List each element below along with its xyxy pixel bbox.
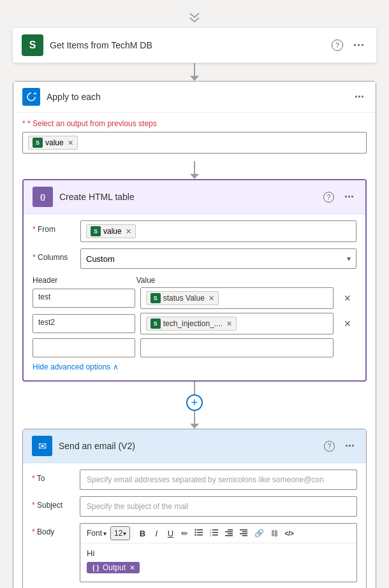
indent-decrease-button[interactable] <box>223 527 236 540</box>
remove-link-button[interactable]: ⛓ <box>268 528 281 538</box>
value-cell-2[interactable]: S tech_injection_.... ✕ <box>140 313 334 334</box>
hide-advanced-button[interactable]: Hide advanced options ∧ <box>33 362 119 371</box>
tech-token-icon: S <box>150 319 161 329</box>
svg-point-5 <box>195 534 196 535</box>
subject-input[interactable]: Specify the subject of the mail <box>80 496 357 517</box>
subject-field-row: * Subject Specify the subject of the mai… <box>32 496 357 517</box>
get-items-help-button[interactable]: ? <box>329 38 346 52</box>
delete-row-1-button[interactable]: ✕ <box>339 289 356 307</box>
body-hi-text: Hi <box>87 549 350 558</box>
svg-text:3.: 3. <box>210 534 212 536</box>
apply-ellipsis-icon: ··· <box>355 90 364 104</box>
ordered-list-button[interactable]: 1.2.3. <box>207 527 221 540</box>
send-email-help-button[interactable]: ? <box>321 440 337 453</box>
font-size-selector[interactable]: 12 ▾ <box>110 526 130 540</box>
svg-rect-12 <box>228 529 233 531</box>
status-token-close[interactable]: ✕ <box>209 294 214 303</box>
underline-icon: U <box>168 529 173 538</box>
output-token-row: { } Output ✕ <box>87 562 350 573</box>
from-label: * From <box>33 220 80 234</box>
columns-dropdown[interactable]: Custom ▾ <box>80 248 356 269</box>
body-content[interactable]: Hi { } Output ✕ <box>80 543 356 582</box>
svg-rect-7 <box>212 532 218 533</box>
columns-control: Custom ▾ <box>80 248 356 269</box>
indent-increase-button[interactable] <box>237 527 251 540</box>
output-token-close[interactable]: ✕ <box>129 564 135 572</box>
required-asterisk: * <box>22 119 26 128</box>
send-email-more-button[interactable]: ··· <box>342 438 357 454</box>
inner-connector-top <box>22 161 367 179</box>
columns-required: * <box>33 253 38 262</box>
html-table-actions: ? ··· <box>321 189 356 205</box>
subject-label: * Subject <box>32 496 80 510</box>
apply-each-token-input[interactable]: S value ✕ <box>22 132 367 154</box>
body-control: Font ▾ 12 ▾ <box>80 523 357 582</box>
send-email-header: ✉ Send an email (V2) ? ··· <box>23 429 366 463</box>
to-required: * <box>32 474 37 483</box>
plus-arrow-line-top <box>194 382 195 394</box>
font-selector[interactable]: Font ▾ <box>84 527 109 539</box>
value-column-label: Value <box>136 275 334 285</box>
font-label: Font <box>87 529 102 538</box>
output-token: { } Output ✕ <box>87 562 140 573</box>
email-icon-symbol: ✉ <box>38 440 47 452</box>
send-email-body: * To Specify email addresses separated b… <box>23 463 366 588</box>
header-cell-1[interactable]: test <box>33 289 135 308</box>
underline-button[interactable]: U <box>164 527 177 540</box>
pencil-icon: ✏ <box>181 529 188 538</box>
value-token-close[interactable]: ✕ <box>68 139 73 147</box>
status-token-label: status Value <box>163 294 205 303</box>
header-cell-2[interactable]: test2 <box>33 314 135 333</box>
html-table-header: {} Create HTML table ? ··· <box>24 180 365 214</box>
to-label: * To <box>32 470 80 483</box>
value-cell-1[interactable]: S status Value ✕ <box>140 287 334 309</box>
refresh-icon <box>26 91 37 103</box>
body-field-row: * Body Font ▾ <box>32 523 357 582</box>
dropdown-chevron-icon: ▾ <box>347 254 351 263</box>
from-value-token: S value ✕ <box>86 224 136 238</box>
header-cell-3[interactable] <box>33 338 135 357</box>
get-items-more-button[interactable]: ··· <box>351 38 367 54</box>
unordered-list-icon <box>194 529 203 538</box>
from-token-input[interactable]: S value ✕ <box>80 220 356 242</box>
apply-each-body: * * Select an output from previous steps… <box>13 113 376 588</box>
send-email-icon: ✉ <box>32 436 52 456</box>
html-table-help-button[interactable]: ? <box>321 190 337 204</box>
html-ellipsis-icon: ··· <box>344 190 354 204</box>
font-size-value: 12 <box>114 529 122 538</box>
to-placeholder: Specify email addresses separated by sem… <box>87 475 324 484</box>
apply-each-select-label: * * Select an output from previous steps <box>22 119 367 128</box>
arrow-head <box>190 76 199 81</box>
from-token-close[interactable]: ✕ <box>126 227 131 236</box>
html-table-more-button[interactable]: ··· <box>342 189 356 205</box>
tech-token-close[interactable]: ✕ <box>226 320 232 328</box>
bold-button[interactable]: B <box>136 527 149 540</box>
unordered-list-button[interactable] <box>192 527 206 540</box>
from-value-icon: S <box>91 226 101 236</box>
plus-arrow-head <box>190 424 199 429</box>
value-cell-3[interactable] <box>140 338 334 357</box>
plus-button[interactable]: + <box>186 394 203 411</box>
svg-rect-8 <box>212 534 218 536</box>
pencil-button[interactable]: ✏ <box>178 527 191 540</box>
body-required: * <box>32 527 37 536</box>
ellipsis-icon: ··· <box>353 39 365 52</box>
delete-row-2-button[interactable]: ✕ <box>339 315 356 333</box>
code-icon: </> <box>284 530 293 537</box>
from-value-label: value <box>103 227 122 236</box>
svg-rect-14 <box>228 533 233 534</box>
svg-point-4 <box>195 531 196 533</box>
apply-each-title: Apply to each <box>47 92 352 102</box>
code-button[interactable]: </> <box>282 529 296 538</box>
italic-button[interactable]: I <box>150 527 163 540</box>
to-field-row: * To Specify email addresses separated b… <box>32 470 357 490</box>
body-label: * Body <box>32 523 80 536</box>
insert-link-button[interactable]: 🔗 <box>252 527 267 539</box>
value-token: S value ✕ <box>28 136 78 150</box>
get-items-icon: S <box>22 34 43 56</box>
send-email-card: ✉ Send an email (V2) ? ··· <box>22 429 367 588</box>
apply-each-more-button[interactable]: ··· <box>352 89 367 105</box>
to-input[interactable]: Specify email addresses separated by sem… <box>80 470 357 490</box>
apply-each-header: Apply to each ··· <box>13 82 376 113</box>
from-control[interactable]: S value ✕ <box>80 220 356 242</box>
